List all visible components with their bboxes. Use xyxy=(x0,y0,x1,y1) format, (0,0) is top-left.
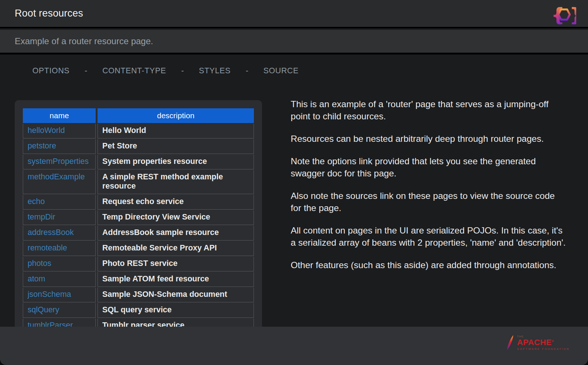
resource-name-cell: helloWorld xyxy=(23,124,96,138)
resource-name-link[interactable]: remoteable xyxy=(28,243,67,252)
nav-link-content-type[interactable]: CONTENT-TYPE xyxy=(102,66,166,76)
aside-paragraph: Also note the sources link on these page… xyxy=(291,190,567,214)
apache-name-label: APACHE® xyxy=(517,338,570,347)
apache-feather-icon xyxy=(506,333,514,353)
resource-name-link[interactable]: tempDir xyxy=(28,213,55,221)
resource-name-cell: petstore xyxy=(23,139,96,154)
resource-name-link[interactable]: atom xyxy=(28,274,45,283)
aside-paragraph: This is an example of a 'router' page th… xyxy=(291,98,567,122)
aside-paragraph: Resources can be nested arbitrarily deep… xyxy=(291,133,567,145)
nav-separator: - xyxy=(246,66,248,76)
resource-description-cell: AddressBook sample resource xyxy=(98,226,254,241)
nav-link-source[interactable]: SOURCE xyxy=(263,66,299,76)
resource-name-cell: systemProperties xyxy=(23,155,96,169)
resource-description-cell: Request echo service xyxy=(98,195,254,210)
page-description: Example of a router resource page. xyxy=(15,36,153,46)
resource-table: name description helloWorld Hello World … xyxy=(21,108,256,334)
apache-software-foundation-logo[interactable]: THE APACHE® SOFTWARE FOUNDATION xyxy=(506,333,570,353)
table-row: jsonSchema Sample JSON-Schema document xyxy=(23,288,254,302)
apache-wordmark: THE APACHE® SOFTWARE FOUNDATION xyxy=(517,335,570,351)
table-row: sqlQuery SQL query service xyxy=(23,303,254,318)
resource-name-cell: methodExample xyxy=(23,170,96,194)
juneau-root-resources-page: Root resources { } Example of a router r… xyxy=(0,0,588,365)
resource-description-cell: Hello World xyxy=(98,124,254,138)
resource-name-cell: addressBook xyxy=(23,226,96,241)
table-row: systemProperties System properties resou… xyxy=(23,155,254,169)
apache-the-label: THE xyxy=(517,335,570,338)
resource-name-link[interactable]: sqlQuery xyxy=(28,305,59,314)
table-row: remoteable Remoteable Service Proxy API xyxy=(23,241,254,256)
resource-description-cell: Pet Store xyxy=(98,139,254,154)
table-row: petstore Pet Store xyxy=(23,139,254,154)
registered-mark: ® xyxy=(552,340,554,343)
aside-panel: This is an example of a 'router' page th… xyxy=(291,98,567,281)
juneau-logo-icon[interactable]: { } xyxy=(552,4,576,24)
resource-description-cell: Sample ATOM feed resource xyxy=(98,272,254,287)
footer-bar: THE APACHE® SOFTWARE FOUNDATION xyxy=(0,327,588,365)
resource-description-cell: Temp Directory View Service xyxy=(98,210,254,225)
nav-separator: - xyxy=(181,66,184,76)
table-row: atom Sample ATOM feed resource xyxy=(23,272,254,287)
resource-name-link[interactable]: echo xyxy=(28,197,45,206)
resource-name-link[interactable]: addressBook xyxy=(28,228,74,237)
aside-paragraph: Other features (such as this aside) are … xyxy=(291,259,567,271)
page-title: Root resources xyxy=(15,8,83,19)
aside-paragraph: All content on pages in the UI are seria… xyxy=(291,224,567,249)
resource-description-cell: System properties resource xyxy=(98,155,254,169)
resource-name-cell: echo xyxy=(23,195,96,210)
resource-name-link[interactable]: jsonSchema xyxy=(28,290,71,299)
resource-description-cell: SQL query service xyxy=(98,303,254,318)
resource-description-cell: Sample JSON-Schema document xyxy=(98,288,254,302)
svg-text:}: } xyxy=(569,4,576,24)
resource-table-body: helloWorld Hello World petstore Pet Stor… xyxy=(23,124,254,333)
resource-name-link[interactable]: photos xyxy=(28,259,52,268)
description-bar: Example of a router resource page. xyxy=(0,30,588,55)
resource-name-cell: tempDir xyxy=(23,210,96,225)
resource-description-cell: Photo REST service xyxy=(98,257,254,271)
table-row: tempDir Temp Directory View Service xyxy=(23,210,254,225)
aside-paragraph: Note the options link provided that lets… xyxy=(291,155,567,179)
column-header-name: name xyxy=(23,108,96,123)
resource-name-link[interactable]: methodExample xyxy=(28,172,85,181)
table-header-row: name description xyxy=(23,108,254,123)
resource-nav: OPTIONS - CONTENT-TYPE - STYLES - SOURCE xyxy=(32,66,298,76)
resource-name-link[interactable]: helloWorld xyxy=(28,126,65,135)
table-row: photos Photo REST service xyxy=(23,257,254,271)
resource-table-panel: name description helloWorld Hello World … xyxy=(15,100,262,345)
table-row: helloWorld Hello World xyxy=(23,124,254,138)
resource-name-cell: sqlQuery xyxy=(23,303,96,318)
table-row: methodExample A simple REST method examp… xyxy=(23,170,254,194)
apache-subtitle-label: SOFTWARE FOUNDATION xyxy=(517,348,570,351)
resource-name-link[interactable]: petstore xyxy=(28,141,56,150)
resource-description-cell: Remoteable Service Proxy API xyxy=(98,241,254,256)
nav-separator: - xyxy=(85,66,87,76)
resource-name-cell: remoteable xyxy=(23,241,96,256)
resource-name-cell: atom xyxy=(23,272,96,287)
resource-name-cell: jsonSchema xyxy=(23,288,96,302)
header-bar: Root resources { } xyxy=(0,0,588,28)
nav-link-styles[interactable]: STYLES xyxy=(199,66,231,76)
table-row: echo Request echo service xyxy=(23,195,254,210)
column-header-description: description xyxy=(98,108,254,123)
nav-link-options[interactable]: OPTIONS xyxy=(32,66,70,76)
resource-description-cell: A simple REST method example resource xyxy=(98,170,254,194)
resource-name-link[interactable]: systemProperties xyxy=(28,157,89,166)
resource-name-cell: photos xyxy=(23,257,96,271)
table-row: addressBook AddressBook sample resource xyxy=(23,226,254,241)
